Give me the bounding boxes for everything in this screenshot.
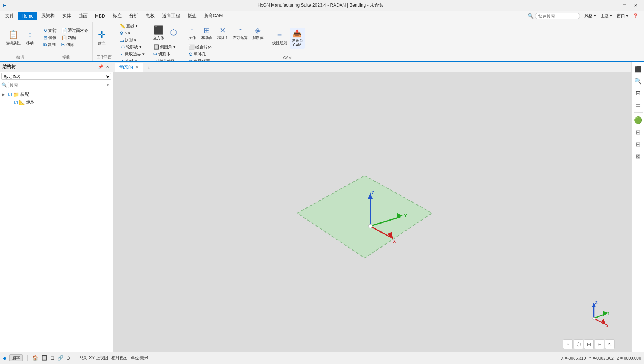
solid-buttons: ⬛ 立方体 ⬡ <box>151 22 180 43</box>
status-bar: ◆ 捕率 🏠 🔲 ⊞ 🔗 ⊙ 绝对 XY 上视图 相对视图 单位:毫米 X =-… <box>0 352 644 363</box>
create-workplane-button[interactable]: ✛ 建立 <box>95 27 109 48</box>
rt-grid2-btn[interactable]: ⊞ <box>633 139 643 149</box>
move-face-button[interactable]: ⊞ 移动面 <box>200 22 215 43</box>
view-tool-home[interactable]: ⌂ <box>563 339 573 349</box>
mirror-button[interactable]: ⊟镜像 <box>42 34 58 41</box>
curve-button[interactable]: ∿曲线 ▾ <box>119 58 146 61</box>
menu-item-annotation[interactable]: 标注 <box>109 12 125 20</box>
standard-group-label: 标准 <box>42 54 90 60</box>
viewport-tab-dynamic[interactable]: 动态的 ✕ <box>115 63 143 72</box>
menu-item-analysis[interactable]: 分析 <box>125 12 142 20</box>
viewport-canvas[interactable]: Z Y X Z <box>113 72 631 352</box>
auto-repair-button[interactable]: ✂自动修剪 <box>187 57 265 61</box>
view-cube[interactable]: Z Y X <box>583 300 613 330</box>
patch-button[interactable]: ⬜缝合片体 <box>187 43 265 50</box>
line-button[interactable]: 📏直线 ▾ <box>118 22 140 29</box>
menu-item-solid[interactable]: 实体 <box>58 12 75 20</box>
status-icon2[interactable]: 🔲 <box>41 355 47 361</box>
menu-item-send-engineering[interactable]: 送向工程 <box>158 12 184 20</box>
view-tool-plane[interactable]: ⊞ <box>584 339 594 349</box>
boolean-button[interactable]: ∩ 布尔运算 <box>231 22 250 43</box>
tree-item-absolute[interactable]: ☑ 📐 绝对 <box>7 98 111 106</box>
edit-half-button[interactable]: ⊟编辑半径 <box>151 58 180 61</box>
menu-item-file[interactable]: 文件 <box>1 12 18 20</box>
menu-item-wireframe[interactable]: 线架构 <box>37 12 58 20</box>
quick-search-area: 🔍 <box>528 13 583 19</box>
close-button[interactable]: ✕ <box>631 2 641 9</box>
app-title: HxGN Manufacturing Suite 2023.4 - RADAN … <box>33 2 608 9</box>
minimize-button[interactable]: — <box>608 2 619 9</box>
add-tab-button[interactable]: + <box>144 64 153 72</box>
fill-hole-button[interactable]: ⊙填补孔 <box>187 51 265 57</box>
standard-col1: ↻旋转 ⊟镜像 ⧉复制 <box>42 27 58 48</box>
system-menu-icon[interactable]: H <box>3 3 7 9</box>
rt-menu-btn[interactable]: ☰ <box>633 100 643 110</box>
maximize-button[interactable]: □ <box>619 2 630 9</box>
sidebar-close-button[interactable]: ✕ <box>104 64 110 70</box>
ribbon-content: 📋 编辑属性 ↕ 移动 编辑 ↻旋转 ⊟镜像 ⧉复制 📄通过面对齐 <box>0 21 644 61</box>
chamfer-button[interactable]: ⌐截取边界 ▾ <box>119 51 146 57</box>
check-assembly[interactable]: ☑ <box>8 92 12 97</box>
status-icon3[interactable]: ⊞ <box>50 355 54 361</box>
cut-body-button[interactable]: ✂切割体 <box>151 51 180 57</box>
rt-layer-btn[interactable]: ⊟ <box>633 127 643 137</box>
rect-button[interactable]: ▭矩形 ▾ <box>118 37 138 43</box>
cam-group-label: CAM <box>270 55 305 60</box>
status-icon4[interactable]: 🔗 <box>57 355 63 361</box>
solid2-button[interactable]: ⬡ <box>167 22 180 43</box>
menu-item-surface[interactable]: 曲面 <box>75 12 91 20</box>
move-button[interactable]: ↕ 移动 <box>23 27 37 48</box>
paste-button[interactable]: 📋粘贴 <box>59 34 90 41</box>
ellipse-button[interactable]: ⬭轮廓线 ▾ <box>119 43 146 50</box>
theme-menu[interactable]: 主题 ▾ <box>599 12 614 19</box>
work-plane-shape: Z Y X <box>290 168 440 266</box>
rt-cross-btn[interactable]: ⊠ <box>633 151 643 161</box>
check-absolute[interactable]: ☑ <box>14 100 18 105</box>
circle-button[interactable]: ⊙○ ▾ <box>118 30 132 36</box>
view-tool-quad[interactable]: ⊟ <box>595 339 604 349</box>
sidebar-pin-button[interactable]: 📌 <box>98 64 104 70</box>
edit-buttons: 📋 编辑属性 ↕ 移动 <box>4 22 37 53</box>
cut-button[interactable]: ✂切除 <box>59 42 90 48</box>
extrude-button[interactable]: ↑ 拉伸 <box>185 22 199 43</box>
cube-button[interactable]: ⬛ 立方体 <box>151 22 166 43</box>
line-rules-button[interactable]: ≡ 线性规则 <box>270 28 289 49</box>
help-button[interactable]: ❓ <box>631 13 640 19</box>
view-tool-select[interactable]: ↖ <box>605 339 615 349</box>
menu-item-electrode[interactable]: 电极 <box>142 12 158 20</box>
filter-input[interactable] <box>8 82 104 88</box>
search-select[interactable]: 标记查名 <box>1 73 111 80</box>
chamfer2-button[interactable]: 🔲倒圆角 ▾ <box>151 43 180 50</box>
rt-grid-btn[interactable]: ⊞ <box>633 88 643 98</box>
menu-item-mbd[interactable]: MBD <box>91 12 109 20</box>
rt-color-btn[interactable]: 🟢 <box>633 115 643 125</box>
surface-col3: ✂自动修剪 ⊟简化边界 <box>187 57 265 61</box>
menu-item-bend-cam[interactable]: 折弯CAM <box>200 12 227 20</box>
filter-clear-button[interactable]: ✕ <box>105 82 111 88</box>
status-diamond-icon: ◆ <box>3 355 6 361</box>
status-rel-label: 相对视图 <box>111 355 128 361</box>
status-capture-label[interactable]: 捕率 <box>9 354 23 361</box>
dissolve-button[interactable]: ◈ 解散体 <box>250 22 265 43</box>
rt-search-btn[interactable]: 🔍 <box>633 76 643 86</box>
rotate-button[interactable]: ↻旋转 <box>42 27 58 34</box>
rt-view-cube-btn[interactable]: ⬛ <box>633 64 643 74</box>
rt-separator <box>634 112 643 113</box>
style-menu[interactable]: 风格 ▾ <box>583 12 598 19</box>
menu-item-home[interactable]: Home <box>18 12 37 20</box>
quick-search-input[interactable] <box>535 13 580 19</box>
status-icon1[interactable]: 🏠 <box>32 355 38 361</box>
menu-item-sheet-metal[interactable]: 钣金 <box>184 12 200 20</box>
status-sep2 <box>75 355 75 361</box>
svg-text:Y: Y <box>404 213 407 218</box>
align-face-button[interactable]: 📄通过面对齐 <box>59 27 90 34</box>
edit-properties-button[interactable]: 📋 编辑属性 <box>4 27 22 48</box>
send-to-cam-button[interactable]: 📤 发送至CAM <box>290 28 305 49</box>
tree-item-assembly[interactable]: ▶ ☑ 📁 装配 <box>1 91 111 98</box>
copy-button[interactable]: ⧉复制 <box>42 42 58 48</box>
view-tool-cube[interactable]: ⬡ <box>574 339 583 349</box>
tab-close-icon[interactable]: ✕ <box>136 65 139 69</box>
status-icon5[interactable]: ⊙ <box>66 355 70 361</box>
remove-face-button[interactable]: ✕ 移除面 <box>215 22 230 43</box>
window-menu[interactable]: 窗口 ▾ <box>615 12 630 19</box>
